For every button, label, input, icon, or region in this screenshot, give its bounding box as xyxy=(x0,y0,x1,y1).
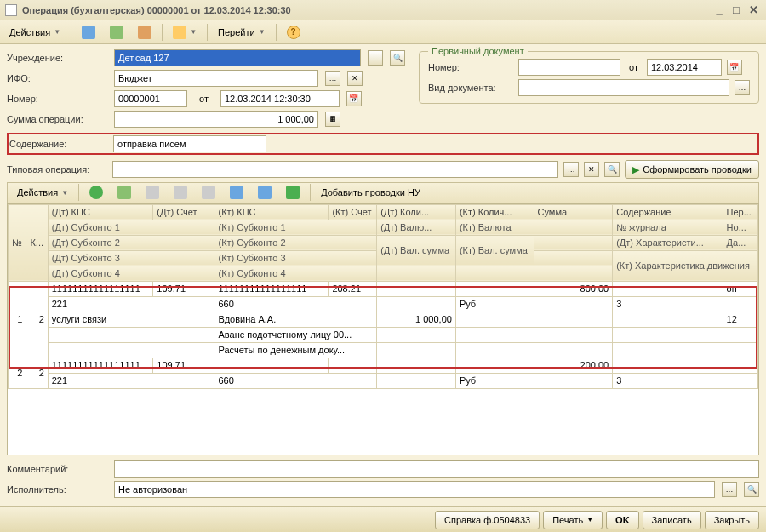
col-kt-qty[interactable]: (Кт) Колич... xyxy=(455,204,534,220)
cell-kt-sub1[interactable]: 660 xyxy=(214,373,377,388)
cell-no[interactable]: 12 xyxy=(723,312,757,327)
add-row-button[interactable] xyxy=(83,183,109,202)
cell-sum[interactable]: 800,00 xyxy=(534,281,613,296)
cell-kt-kps[interactable]: 11111111111111111 xyxy=(214,281,329,296)
cell-dt-sub1[interactable]: 221 xyxy=(48,373,214,388)
cell-kt-cur[interactable]: Руб xyxy=(455,373,534,388)
pd-number-input[interactable] xyxy=(518,59,620,76)
maximize-button[interactable]: □ xyxy=(729,3,744,17)
typop-clear-button[interactable]: ✕ xyxy=(584,162,599,177)
grid-actions-menu[interactable]: Действия▼ xyxy=(11,183,74,202)
col-dt-kps[interactable]: (Дт) КПС xyxy=(48,204,153,220)
cell-n[interactable]: 1 xyxy=(9,281,26,358)
forward-icon[interactable]: ▼ xyxy=(167,23,203,42)
cell-kt-sub4[interactable]: Расчеты по денежным доку... xyxy=(214,342,377,358)
col-sum[interactable]: Сумма xyxy=(534,204,613,220)
cell-dt-valsum[interactable]: 1 000,00 xyxy=(377,312,456,327)
ifo-clear-button[interactable]: ✕ xyxy=(347,71,363,86)
cell-dt-acct[interactable]: 109.71 xyxy=(153,358,214,373)
add-nu-button[interactable]: Добавить проводки НУ xyxy=(315,183,426,202)
edit-row-button[interactable] xyxy=(140,183,165,202)
typop-input[interactable] xyxy=(112,161,558,178)
content-input[interactable]: отправка писем xyxy=(113,135,266,152)
cell-k[interactable]: 2 xyxy=(26,358,48,388)
number-input[interactable]: 00000001 xyxy=(114,90,187,107)
cell-k[interactable]: 2 xyxy=(26,281,48,358)
hdr-kt-sub4: (Кт) Субконто 4 xyxy=(214,266,377,281)
cell-dt-kps[interactable]: 11111111111111111 xyxy=(48,358,153,373)
pd-type-select-button[interactable]: … xyxy=(735,80,750,95)
date-calendar-button[interactable]: 📅 xyxy=(346,91,362,106)
cell-n[interactable]: 2 xyxy=(9,358,26,388)
cell-dt-sub2[interactable]: услуги связи xyxy=(48,312,214,327)
hdr-kt-sub3: (Кт) Субконто 3 xyxy=(214,250,377,266)
fetch-icon[interactable] xyxy=(76,23,101,42)
cell-dt-sub1[interactable]: 221 xyxy=(48,296,214,312)
form-body: Учреждение: Дет.сад 127 … 🔍 ИФО: Бюджет … xyxy=(0,44,766,506)
typop-open-button[interactable]: 🔍 xyxy=(604,162,620,177)
cell-kt-cur[interactable]: Руб xyxy=(455,296,534,312)
move-down-button[interactable] xyxy=(252,183,277,202)
print-button[interactable]: Печать▼ xyxy=(543,511,603,529)
pd-type-input[interactable] xyxy=(518,79,729,96)
col-k[interactable]: К... xyxy=(26,204,48,281)
move-up-button[interactable] xyxy=(224,183,249,202)
sum-input[interactable]: 1 000,00 xyxy=(114,111,318,128)
institution-open-button[interactable]: 🔍 xyxy=(390,50,405,66)
save-button[interactable]: Записать xyxy=(643,511,701,529)
close-form-button[interactable]: Закрыть xyxy=(705,511,759,529)
close-button[interactable]: ✕ xyxy=(746,3,761,17)
pd-from-label: от xyxy=(629,62,638,72)
col-content[interactable]: Содержание xyxy=(613,204,723,220)
cell-sum[interactable]: 200,00 xyxy=(534,358,613,373)
delete-row-button[interactable] xyxy=(168,183,193,202)
executor-open-button[interactable]: 🔍 xyxy=(744,482,759,497)
cell-kt-acct[interactable]: 208.21 xyxy=(329,281,377,296)
assign-icon[interactable] xyxy=(132,23,157,42)
refresh-button[interactable] xyxy=(280,183,306,202)
typop-select-button[interactable]: … xyxy=(563,162,579,177)
col-dt-qty[interactable]: (Дт) Коли... xyxy=(377,204,456,220)
cell-dt-acct[interactable]: 109.71 xyxy=(153,281,214,296)
sum-calc-button[interactable]: 🖩 xyxy=(325,112,340,127)
spreadsheet-icon[interactable] xyxy=(104,23,129,42)
institution-select-button[interactable]: … xyxy=(368,50,383,66)
cell-dt-kps[interactable]: 11111111111111111 xyxy=(48,281,153,296)
col-kt-kps[interactable]: (Кт) КПС xyxy=(214,204,329,220)
pd-date-calendar-button[interactable]: 📅 xyxy=(727,60,742,75)
executor-select-button[interactable]: … xyxy=(722,482,737,497)
institution-label: Учреждение: xyxy=(7,53,107,63)
goto-menu[interactable]: Перейти▼ xyxy=(212,23,272,42)
pd-date-input[interactable]: 12.03.2014 xyxy=(647,59,722,76)
cell-journal[interactable]: 3 xyxy=(613,373,723,388)
col-dt-acct[interactable]: (Дт) Счет xyxy=(153,204,214,220)
col-per[interactable]: Пер... xyxy=(723,204,757,220)
executor-input[interactable]: Не авторизован xyxy=(114,481,715,498)
col-kt-acct[interactable]: (Кт) Счет xyxy=(329,204,377,220)
cell-kt-sub3[interactable]: Аванс подотчетному лицу 00... xyxy=(214,327,377,342)
help-button[interactable]: ? xyxy=(281,23,306,42)
institution-input[interactable]: Дет.сад 127 xyxy=(114,49,361,66)
ifo-select-button[interactable]: … xyxy=(325,71,340,86)
reference-button[interactable]: Справка ф.0504833 xyxy=(435,511,540,529)
footer-bar: Справка ф.0504833 Печать▼ OK Записать За… xyxy=(0,506,766,532)
actions-menu[interactable]: Действия▼ xyxy=(3,23,66,42)
form-entries-button[interactable]: ▶Сформировать проводки xyxy=(625,160,759,179)
ifo-input[interactable]: Бюджет xyxy=(114,70,318,87)
cell-kt-sub2[interactable]: Вдовина А.А. xyxy=(214,312,377,327)
ok-button[interactable]: OK xyxy=(606,511,639,529)
comment-input[interactable] xyxy=(114,460,759,478)
save-icon[interactable] xyxy=(196,183,221,202)
minimize-button[interactable]: _ xyxy=(712,3,727,17)
cell-content[interactable]: оп xyxy=(723,281,757,296)
hdr-dt-sub1: (Дт) Субконто 1 xyxy=(48,220,214,235)
col-n[interactable]: № xyxy=(9,204,26,281)
date-input[interactable]: 12.03.2014 12:30:30 xyxy=(220,90,340,107)
copy-row-button[interactable] xyxy=(111,183,137,202)
hdr-dt-sub3: (Дт) Субконто 3 xyxy=(48,250,214,266)
pd-type-label: Вид документа: xyxy=(428,83,513,93)
separator xyxy=(310,184,311,201)
cell-kt-sub1[interactable]: 660 xyxy=(214,296,377,312)
cell-journal[interactable]: 3 xyxy=(613,296,723,312)
entries-grid[interactable]: № К... (Дт) КПС (Дт) Счет (Кт) КПС (Кт) … xyxy=(7,203,759,455)
